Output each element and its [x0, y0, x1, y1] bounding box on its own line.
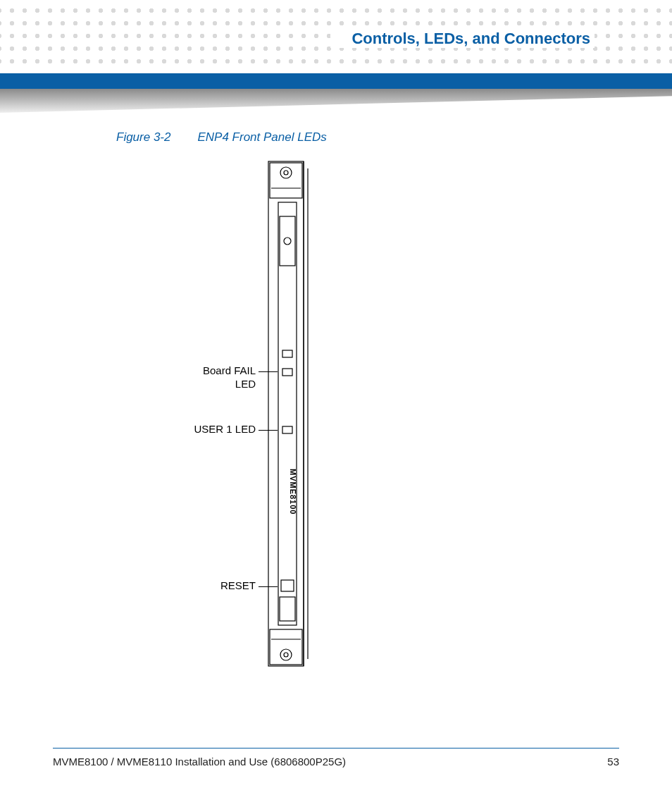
callout-reset: RESET: [185, 579, 256, 593]
figure-title: ENP4 Front Panel LEDs: [197, 130, 326, 144]
header-gray-wedge: [0, 89, 672, 113]
svg-rect-12: [282, 350, 292, 357]
header-blue-bar: [0, 73, 672, 89]
section-title: Controls, LEDs, and Connectors: [330, 30, 595, 48]
svg-rect-0: [268, 161, 304, 666]
footer-rule: [53, 748, 619, 749]
svg-rect-2: [270, 163, 302, 198]
footer-doc-title: MVME8100 / MVME8110 Installation and Use…: [53, 756, 346, 768]
board-model-label: MVME8100: [289, 469, 297, 515]
svg-point-7: [280, 649, 292, 660]
footer-page-number: 53: [607, 756, 619, 768]
svg-rect-13: [282, 369, 292, 376]
callout-user1-led: USER 1 LED: [185, 423, 256, 436]
svg-rect-14: [282, 426, 292, 433]
front-panel-drawing: [264, 160, 321, 667]
figure-diagram: Board FAIL LED USER 1 LED RESET: [180, 160, 483, 667]
svg-rect-16: [280, 597, 295, 621]
svg-rect-15: [281, 580, 294, 591]
page-footer: MVME8100 / MVME8110 Installation and Use…: [53, 748, 619, 768]
callout-board-fail-led: Board FAIL LED: [185, 364, 256, 391]
svg-point-3: [280, 167, 292, 178]
svg-rect-6: [270, 629, 302, 665]
figure-caption: Figure 3-2ENP4 Front Panel LEDs: [116, 130, 327, 144]
figure-ref: Figure 3-2: [116, 130, 170, 144]
svg-point-8: [284, 653, 288, 657]
svg-rect-10: [280, 216, 295, 266]
page-content: Figure 3-2ENP4 Front Panel LEDs Board FA…: [0, 130, 672, 737]
svg-point-4: [284, 171, 288, 175]
svg-point-11: [284, 238, 291, 245]
